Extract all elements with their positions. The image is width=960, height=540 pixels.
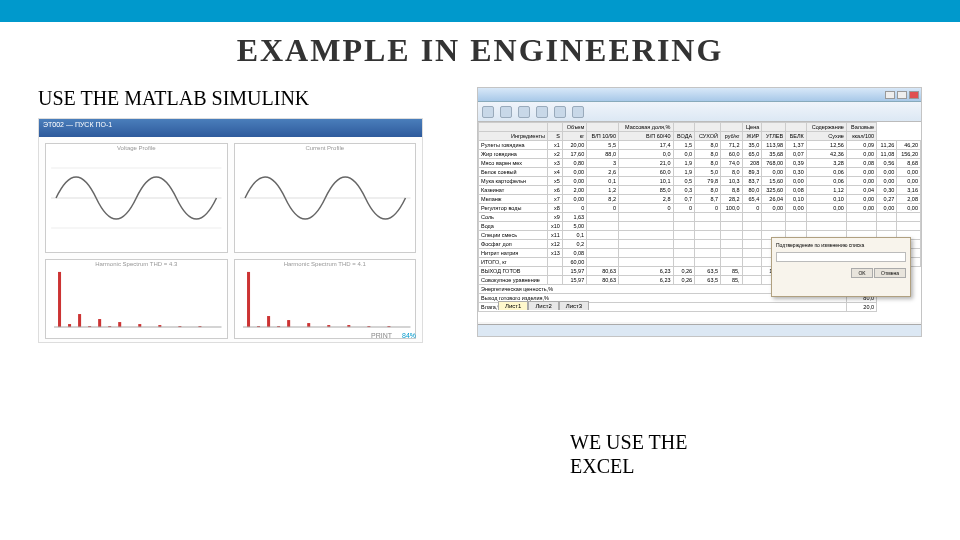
excel-sheet-area: ОбъемМассовая доля,%ЦенаСодержаниеВаловы… (478, 122, 921, 322)
cell: 325,60 (762, 186, 786, 195)
cell: 42,36 (806, 150, 846, 159)
plot-current: Current Profile (234, 143, 417, 253)
cell: 0 (695, 204, 721, 213)
excel-thead: ОбъемМассовая доля,%ЦенаСодержаниеВаловы… (479, 123, 921, 141)
cell: 156,20 (897, 150, 921, 159)
cell: x13 (547, 249, 562, 258)
cell (618, 240, 673, 249)
svg-rect-6 (78, 314, 81, 327)
cell: x8 (547, 204, 562, 213)
cell (721, 258, 742, 267)
cell (742, 276, 762, 285)
cell: x3 (547, 159, 562, 168)
cell: 0,5 (673, 177, 695, 186)
cell (587, 240, 619, 249)
cell: 0,00 (846, 195, 876, 204)
cell: 1,37 (786, 141, 807, 150)
cell: 113,98 (762, 141, 786, 150)
cell: 0,00 (877, 168, 897, 177)
slide-accent-bar (0, 0, 960, 22)
col-header (721, 123, 742, 132)
excel-titlebar (478, 88, 921, 102)
cell: 6,23 (618, 267, 673, 276)
sheet-tab: Лист2 (528, 301, 558, 310)
cell: x9 (547, 213, 562, 222)
plot-title: Current Profile (305, 145, 344, 151)
cell: 71,2 (721, 141, 742, 150)
cell: 2,00 (562, 186, 586, 195)
right-subtitle-line2: EXCEL (570, 455, 634, 477)
cell: Мясо варен мех (479, 159, 548, 168)
cell (721, 231, 742, 240)
right-subtitle: WE USE THE EXCEL (570, 430, 687, 478)
cell: Соль (479, 213, 548, 222)
cell: 63,5 (695, 267, 721, 276)
cell: 0,00 (846, 168, 876, 177)
sheet-tab: Лист1 (498, 301, 528, 310)
cell (695, 222, 721, 231)
cell: 5,0 (695, 168, 721, 177)
svg-rect-19 (267, 316, 270, 327)
cell: 5,5 (587, 141, 619, 150)
cell: 100,0 (721, 204, 742, 213)
cell (587, 231, 619, 240)
cell: 0,26 (673, 267, 695, 276)
excel-dialog: Подтверждение по изменению списка OK Отм… (771, 237, 911, 297)
col-subheader: БЕЛК (786, 132, 807, 141)
cell: 8,0 (695, 186, 721, 195)
left-column: USE THE MATLAB SIMULINK ЭТ002 — ПУСК ПО-… (38, 87, 457, 343)
cell (673, 258, 695, 267)
cell: Мука картофельн (479, 177, 548, 186)
col-subheader: ВОДА (673, 132, 695, 141)
table-row: Меланжx70,008,22,80,78,728,265,426,040,1… (479, 195, 921, 204)
minimize-icon (885, 91, 895, 99)
cell: 8,0 (695, 141, 721, 150)
cell: 17,60 (562, 150, 586, 159)
cell: 0,0 (618, 150, 673, 159)
cell: x2 (547, 150, 562, 159)
dialog-title: Подтверждение по изменению списка (776, 242, 906, 248)
cell: 0,1 (562, 231, 586, 240)
cell: 208 (742, 159, 762, 168)
cell (846, 213, 876, 222)
matlab-plot-grid: Voltage Profile Current Profile Harmonic… (39, 137, 422, 345)
cell: Совокупное уравнение (479, 276, 548, 285)
cell: 26,04 (762, 195, 786, 204)
cell: 0,04 (846, 186, 876, 195)
cell (587, 213, 619, 222)
col-header: Массовая доля,% (618, 123, 673, 132)
cell: x11 (547, 231, 562, 240)
cell (721, 222, 742, 231)
cell: x5 (547, 177, 562, 186)
slide-title: EXAMPLE IN ENGINEERING (0, 32, 960, 69)
cell: 89,3 (742, 168, 762, 177)
cell (618, 249, 673, 258)
col-subheader: ккал/100 (846, 132, 876, 141)
cell (695, 231, 721, 240)
cell (673, 240, 695, 249)
cell: 15,97 (562, 267, 586, 276)
table-row: Мука картофельнx50,000,110,10,579,810,38… (479, 177, 921, 186)
cell: 1,5 (673, 141, 695, 150)
cell: 0,39 (786, 159, 807, 168)
cell: 0,30 (786, 168, 807, 177)
cell: 0,08 (786, 186, 807, 195)
svg-rect-4 (58, 272, 61, 327)
cell (742, 222, 762, 231)
cell: 0,00 (877, 204, 897, 213)
cell: Нитрит натрия (479, 249, 548, 258)
table-row: Водаx105,00 (479, 222, 921, 231)
plot-voltage: Voltage Profile (45, 143, 228, 253)
cell: 0,2 (562, 240, 586, 249)
cell: 8,0 (721, 168, 742, 177)
cell: 0,27 (877, 195, 897, 204)
cell: 0,00 (786, 177, 807, 186)
cell: 83,7 (742, 177, 762, 186)
plot-title: Harmonic Spectrum THD = 4.1 (284, 261, 366, 267)
table-row: Рулеты говядинаx120,005,517,41,58,071,23… (479, 141, 921, 150)
cell: 1,63 (562, 213, 586, 222)
excel-ribbon (478, 102, 921, 122)
cell: x6 (547, 186, 562, 195)
cell: 0,10 (806, 195, 846, 204)
cell: 1,9 (673, 159, 695, 168)
